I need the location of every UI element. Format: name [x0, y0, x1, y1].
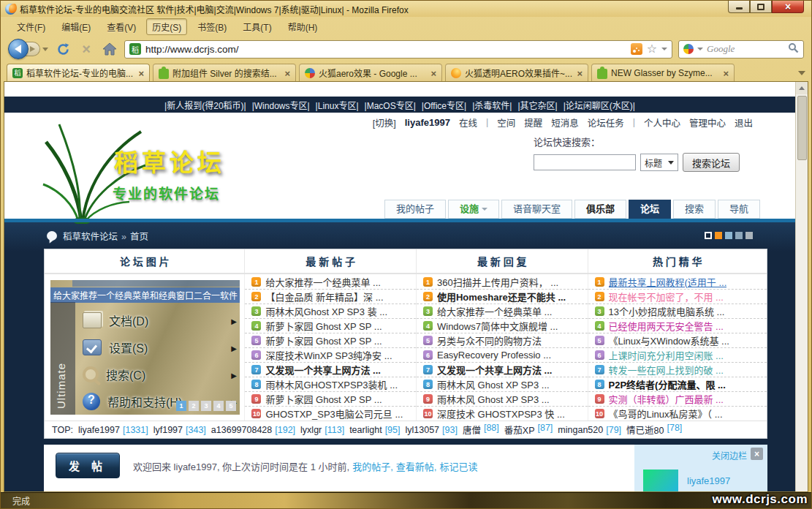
digest-link[interactable]: 《鸟哥的Linux私房菜》（ ...	[609, 407, 723, 421]
menu-item[interactable]: 查看(V)	[101, 18, 142, 35]
browser-tab[interactable]: 火狐透明AERO效果插件~...	[445, 64, 588, 81]
top-poster-count[interactable]: [113]	[325, 425, 344, 435]
forum-nav-link[interactable]: |杀毒软件|	[472, 99, 512, 111]
post-link[interactable]: GHOSTXP_SP3电脑公司元旦 ...	[265, 407, 403, 421]
avatar[interactable]	[643, 470, 678, 491]
user-bar-link[interactable]: 空间	[497, 116, 515, 129]
scrollbar-thumb[interactable]	[797, 96, 807, 160]
style-swatch[interactable]	[715, 232, 722, 239]
sidebar-username-link[interactable]: liyafe1997	[687, 475, 730, 486]
tab-close-icon[interactable]	[284, 67, 290, 80]
digest-link[interactable]: 已经使用两天无安全警告 ...	[609, 319, 724, 333]
top-poster-count[interactable]: [78]	[667, 423, 682, 437]
gallery-page-dot[interactable]: 4	[213, 401, 224, 411]
reply-link[interactable]: 又发现一个共享上网方法 ...	[437, 363, 552, 377]
reply-link[interactable]: 雨林木风 Ghost XP SP3 ...	[437, 392, 550, 406]
top-poster-count[interactable]: [93]	[442, 425, 458, 435]
history-dropdown-icon[interactable]	[42, 48, 48, 51]
gallery-image[interactable]: 给大家推荐一个经典菜单和经典窗口二合一软件 Ultimate 文档(D)	[50, 280, 240, 415]
top-poster-count[interactable]: [343]	[186, 425, 206, 435]
reply-link[interactable]: 360扫描并上传用户资料， ...	[437, 275, 558, 289]
digest-link[interactable]: 《Linux与XWindow系统基 ...	[609, 333, 729, 347]
forum-nav-link[interactable]: |论坛闲聊区(水区)|	[564, 99, 635, 111]
user-bar-link[interactable]: liyafe1997	[405, 117, 450, 128]
browser-tab[interactable]: 稻草软件论坛-专业的电脑...	[7, 64, 150, 81]
tab-close-icon[interactable]	[138, 67, 144, 80]
top-poster-name[interactable]: lyxlgr	[300, 425, 322, 435]
user-bar-link[interactable]: [切换]	[373, 116, 396, 129]
top-poster-name[interactable]: tearlight	[349, 425, 382, 435]
post-link[interactable]: 【白金品质 新年精品】深 ...	[265, 290, 383, 303]
top-poster-name[interactable]: lyl13057	[405, 425, 439, 435]
post-link[interactable]: 新萝卜家园 Ghost XP SP ...	[265, 319, 382, 333]
search-engine-dropdown-icon[interactable]	[697, 48, 703, 50]
digest-link[interactable]: 最新共享上网教程(适用于 ...	[609, 275, 727, 289]
reply-link[interactable]: EasyRecovery Professio ...	[437, 350, 551, 361]
top-poster-count[interactable]: [95]	[385, 425, 401, 435]
search-input[interactable]	[707, 43, 784, 55]
back-button[interactable]	[8, 39, 29, 59]
user-bar-link[interactable]: |	[633, 117, 635, 127]
scrollbar[interactable]	[795, 82, 808, 491]
url-dropdown-icon[interactable]	[661, 48, 667, 50]
digest-link[interactable]: 实测（非转载）广西最新 ...	[609, 392, 724, 406]
post-link[interactable]: 深度技术WinXP SP3纯净安 ...	[265, 348, 392, 362]
digest-link[interactable]: 13个小妙招成就电脑系统 ...	[609, 304, 725, 318]
top-poster-count[interactable]: [88]	[484, 423, 499, 437]
forum-nav-link[interactable]: |其它杂区|	[517, 99, 557, 111]
reply-link[interactable]: 使用Homeshare还是不能共 ...	[437, 290, 566, 303]
reply-link[interactable]: Windows7简体中文旗舰增 ...	[437, 319, 558, 333]
quick-search-input[interactable]	[534, 154, 636, 170]
main-nav-tab[interactable]: 导航	[718, 200, 760, 219]
menu-item[interactable]: 工具(T)	[237, 18, 277, 35]
style-swatch[interactable]	[725, 232, 732, 239]
breadcrumb-site-link[interactable]: 稻草软件论坛	[63, 232, 118, 242]
digest-link[interactable]: 转发一些在网上找到的破 ...	[609, 363, 724, 377]
user-bar-link[interactable]: 短消息	[551, 116, 579, 129]
menu-item[interactable]: 文件(F)	[11, 18, 51, 35]
top-poster-name[interactable]: 情已逝80	[626, 423, 664, 437]
reply-link[interactable]: 深度技术 GHOSTXPSP3 快 ...	[437, 407, 565, 421]
list-all-tabs-icon[interactable]	[798, 71, 805, 75]
gallery-page-dot[interactable]: 1	[176, 401, 186, 411]
post-link[interactable]: 雨林木风GHOSTXPSP3装机 ...	[265, 377, 398, 391]
user-bar-link[interactable]: 提醒	[524, 116, 542, 129]
forum-nav-link[interactable]: |新人报到(得20稻币)|	[164, 99, 246, 111]
menu-item[interactable]: 历史(S)	[146, 18, 187, 35]
post-link[interactable]: 雨林木风Ghost XP SP3 装 ...	[265, 304, 387, 318]
forum-search-button[interactable]: 搜索论坛	[683, 153, 740, 172]
stop-button[interactable]	[77, 40, 95, 58]
forum-nav-link[interactable]: |Windows专区|	[252, 99, 310, 111]
home-button[interactable]	[101, 40, 118, 58]
top-poster-name[interactable]: a13699708428	[211, 425, 272, 435]
rss-icon[interactable]	[631, 43, 642, 55]
google-icon[interactable]	[683, 44, 694, 54]
digest-link[interactable]: 上课时间充分利用空闲账 ...	[609, 348, 724, 362]
user-bar-link[interactable]: 论坛任务	[588, 116, 624, 129]
tab-close-icon[interactable]	[723, 67, 729, 80]
gallery-page-dot[interactable]: 2	[189, 401, 199, 411]
gallery-page-dot[interactable]: 5	[226, 401, 236, 411]
url-input[interactable]	[145, 44, 626, 55]
style-swatch[interactable]	[705, 232, 712, 239]
main-nav-tab[interactable]: 语音聊天室	[501, 200, 572, 219]
main-nav-tab[interactable]: 我的帖子	[384, 200, 446, 219]
maximize-button[interactable]	[750, 1, 772, 13]
post-link[interactable]: 新萝卜家园 Ghost XP SP ...	[265, 333, 382, 347]
main-nav-tab[interactable]: 俱乐部	[574, 200, 626, 219]
tab-close-icon[interactable]	[430, 67, 436, 80]
forum-nav-link[interactable]: |Office专区|	[422, 99, 466, 111]
forum-nav-link[interactable]: |Linux专区|	[316, 99, 359, 111]
post-link[interactable]: 给大家推荐一个经典菜单 ...	[265, 275, 380, 289]
top-poster-name[interactable]: mingan520	[558, 425, 603, 435]
main-nav-tab[interactable]: 论坛	[629, 200, 671, 219]
top-poster-name[interactable]: 番茄XP	[504, 423, 535, 437]
top-poster-count[interactable]: [87]	[537, 423, 553, 437]
top-poster-name[interactable]: 唐僧	[463, 423, 481, 437]
menu-item[interactable]: 编辑(E)	[56, 18, 96, 35]
digest-link[interactable]: P2P终结者(分配流量、限 ...	[609, 377, 726, 391]
user-bar-link[interactable]: 退出	[735, 116, 753, 129]
post-link[interactable]: 又发现一个共享上网方法 ...	[265, 363, 380, 377]
close-window-button[interactable]	[772, 1, 804, 13]
url-bar[interactable]	[124, 40, 672, 59]
